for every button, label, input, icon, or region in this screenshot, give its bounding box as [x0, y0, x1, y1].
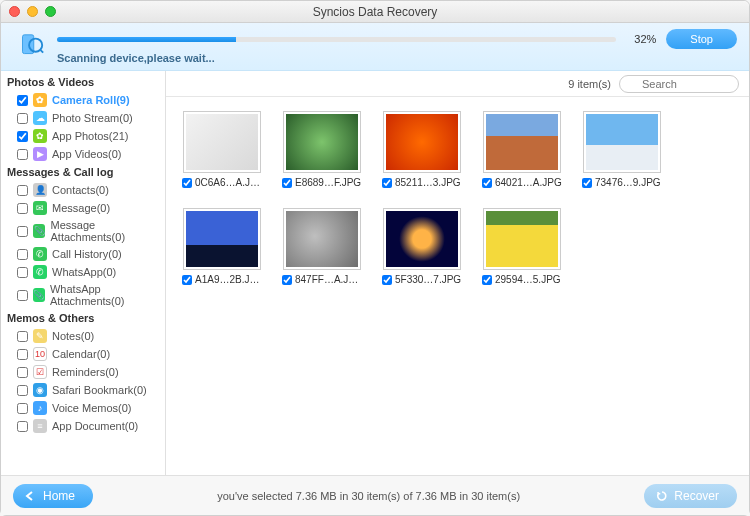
sidebar-item[interactable]: ♪Voice Memos(0) — [1, 399, 165, 417]
sidebar-item-label: App Photos(21) — [52, 130, 128, 142]
home-arrow-icon — [25, 490, 37, 502]
thumbnail-filename: 847FF…A.JPG — [295, 274, 362, 285]
thumbnail[interactable]: 847FF…A.JPG — [282, 208, 362, 285]
sidebar-item[interactable]: ✆Call History(0) — [1, 245, 165, 263]
thumbnail-checkbox[interactable] — [282, 275, 292, 285]
sidebar-item[interactable]: ▶App Videos(0) — [1, 145, 165, 163]
thumbnail-image[interactable] — [583, 111, 661, 173]
sidebar-item-label: WhatsApp Attachments(0) — [50, 283, 159, 307]
recover-label: Recover — [674, 489, 719, 503]
stop-button[interactable]: Stop — [666, 29, 737, 49]
sidebar-item[interactable]: ✿App Photos(21) — [1, 127, 165, 145]
app-window: Syncios Data Recovery 32% Stop Scanning … — [0, 0, 750, 516]
category-icon: ▶ — [33, 147, 47, 161]
thumbnail-image[interactable] — [283, 111, 361, 173]
thumbnail[interactable]: 85211…3.JPG — [382, 111, 462, 188]
thumbnail-filename: 73476…9.JPG — [595, 177, 662, 188]
thumbnail-label: 847FF…A.JPG — [282, 274, 362, 285]
thumbnail[interactable]: 29594…5.JPG — [482, 208, 562, 285]
sidebar-item[interactable]: ✆WhatsApp(0) — [1, 263, 165, 281]
sidebar-checkbox[interactable] — [17, 331, 28, 342]
sidebar-checkbox[interactable] — [17, 226, 28, 237]
thumbnail[interactable]: 0C6A6…A.JPG — [182, 111, 262, 188]
sidebar-checkbox[interactable] — [17, 267, 28, 278]
thumbnail-checkbox[interactable] — [282, 178, 292, 188]
thumbnail-filename: 5F330…7.JPG — [395, 274, 462, 285]
thumbnail-checkbox[interactable] — [482, 178, 492, 188]
thumbnail[interactable]: 5F330…7.JPG — [382, 208, 462, 285]
category-icon: ✆ — [33, 265, 47, 279]
category-icon: ☑ — [33, 365, 47, 379]
thumbnail-filename: 64021…A.JPG — [495, 177, 562, 188]
thumbnail-filename: A1A9…2B.JPG — [195, 274, 262, 285]
sidebar-item[interactable]: ☁Photo Stream(0) — [1, 109, 165, 127]
sidebar-checkbox[interactable] — [17, 349, 28, 360]
thumbnail-label: A1A9…2B.JPG — [182, 274, 262, 285]
thumbnail-image[interactable] — [483, 208, 561, 270]
thumbnail-filename: 29594…5.JPG — [495, 274, 562, 285]
thumbnail-checkbox[interactable] — [482, 275, 492, 285]
thumbnail-label: 29594…5.JPG — [482, 274, 562, 285]
thumbnail[interactable]: 73476…9.JPG — [582, 111, 662, 188]
thumbnail-checkbox[interactable] — [382, 178, 392, 188]
thumbnail[interactable]: 64021…A.JPG — [482, 111, 562, 188]
sidebar-checkbox[interactable] — [17, 185, 28, 196]
thumbnail-checkbox[interactable] — [382, 275, 392, 285]
recover-icon — [656, 490, 668, 502]
thumbnail-image[interactable] — [183, 208, 261, 270]
category-icon: ◉ — [33, 383, 47, 397]
thumbnail-label: 64021…A.JPG — [482, 177, 562, 188]
sidebar-item[interactable]: 📎WhatsApp Attachments(0) — [1, 281, 165, 309]
thumbnail[interactable]: E8689…F.JPG — [282, 111, 362, 188]
sidebar-item[interactable]: ✎Notes(0) — [1, 327, 165, 345]
sidebar-item[interactable]: 👤Contacts(0) — [1, 181, 165, 199]
sidebar-item-label: Voice Memos(0) — [52, 402, 131, 414]
sidebar-item[interactable]: ☑Reminders(0) — [1, 363, 165, 381]
sidebar-section-header: Memos & Others — [1, 309, 165, 327]
sidebar[interactable]: Photos & Videos✿Camera Roll(9)☁Photo Str… — [1, 71, 166, 475]
thumbnail-filename: 85211…3.JPG — [395, 177, 462, 188]
sidebar-checkbox[interactable] — [17, 385, 28, 396]
sidebar-item[interactable]: ◉Safari Bookmark(0) — [1, 381, 165, 399]
sidebar-item[interactable]: 📎Message Attachments(0) — [1, 217, 165, 245]
sidebar-item[interactable]: 10Calendar(0) — [1, 345, 165, 363]
sidebar-checkbox[interactable] — [17, 290, 28, 301]
recover-button[interactable]: Recover — [644, 484, 737, 508]
thumbnail-image[interactable] — [283, 208, 361, 270]
thumbnail-image[interactable] — [383, 111, 461, 173]
thumbnail-checkbox[interactable] — [182, 275, 192, 285]
sidebar-item[interactable]: ≡App Document(0) — [1, 417, 165, 435]
progress-bar — [57, 37, 616, 42]
category-icon: 📎 — [33, 288, 45, 302]
progress-percent: 32% — [626, 33, 656, 45]
sidebar-item[interactable]: ✉Message(0) — [1, 199, 165, 217]
category-icon: ≡ — [33, 419, 47, 433]
search-input[interactable] — [619, 75, 739, 93]
sidebar-checkbox[interactable] — [17, 131, 28, 142]
sidebar-item[interactable]: ✿Camera Roll(9) — [1, 91, 165, 109]
thumbnail-checkbox[interactable] — [182, 178, 192, 188]
sidebar-item-label: Safari Bookmark(0) — [52, 384, 147, 396]
sidebar-checkbox[interactable] — [17, 95, 28, 106]
list-topbar: 9 item(s) — [166, 71, 749, 97]
thumbnail-grid[interactable]: 0C6A6…A.JPGE8689…F.JPG85211…3.JPG64021…A… — [166, 97, 749, 475]
sidebar-checkbox[interactable] — [17, 249, 28, 260]
scan-status-text: Scanning device,please wait... — [57, 52, 737, 64]
search-wrap — [619, 75, 739, 93]
sidebar-checkbox[interactable] — [17, 403, 28, 414]
thumbnail-label: 73476…9.JPG — [582, 177, 662, 188]
thumbnail[interactable]: A1A9…2B.JPG — [182, 208, 262, 285]
sidebar-checkbox[interactable] — [17, 113, 28, 124]
thumbnail-image[interactable] — [183, 111, 261, 173]
home-button[interactable]: Home — [13, 484, 93, 508]
thumbnail-image[interactable] — [383, 208, 461, 270]
thumbnail-checkbox[interactable] — [582, 178, 592, 188]
sidebar-checkbox[interactable] — [17, 203, 28, 214]
sidebar-checkbox[interactable] — [17, 367, 28, 378]
thumbnail-label: 0C6A6…A.JPG — [182, 177, 262, 188]
thumbnail-image[interactable] — [483, 111, 561, 173]
sidebar-item-label: Call History(0) — [52, 248, 122, 260]
sidebar-checkbox[interactable] — [17, 421, 28, 432]
sidebar-item-label: Reminders(0) — [52, 366, 119, 378]
sidebar-checkbox[interactable] — [17, 149, 28, 160]
